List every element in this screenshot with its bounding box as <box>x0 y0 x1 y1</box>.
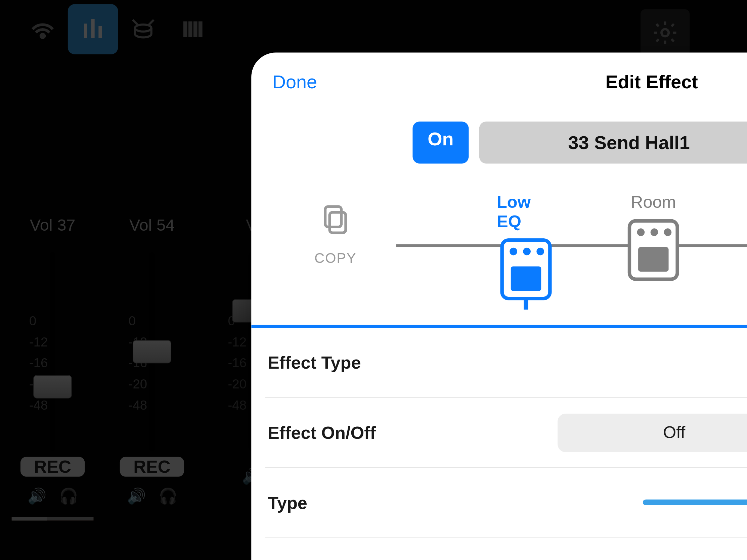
param-label: Type <box>265 493 546 513</box>
pedal-icon <box>628 219 679 281</box>
effect-type-label: Effect Type <box>265 352 546 372</box>
onoff-segmented[interactable]: Off On <box>558 413 747 452</box>
preset-selector[interactable]: 33 Send Hall1 ✎ <box>479 122 747 163</box>
preset-name: 33 Send Hall1 <box>479 132 747 153</box>
onoff-off-option[interactable]: Off <box>560 416 747 450</box>
pedal-room[interactable]: Room <box>624 193 682 310</box>
param-row-type: TypeHPF <box>265 468 747 538</box>
pedal-icon <box>500 238 551 300</box>
effect-onoff-label: Effect On/Off <box>265 423 546 443</box>
pedal-label: Low EQ <box>497 193 555 231</box>
pedal-low-eq[interactable]: Low EQ <box>497 193 555 310</box>
done-button[interactable]: Done <box>273 71 317 92</box>
copy-button[interactable]: COPY <box>314 202 356 266</box>
effect-chain: COPY Low EQRoomHall LEVEL 25 <box>251 193 747 327</box>
svg-rect-10 <box>330 212 345 233</box>
modal-title: Edit Effect <box>605 71 698 92</box>
param-row-freq: FREQ320 <box>265 538 747 560</box>
param-slider[interactable] <box>643 490 747 515</box>
svg-rect-11 <box>325 207 341 227</box>
effect-onoff-row: Effect On/Off Off On <box>265 398 747 468</box>
effect-power-button[interactable]: On <box>412 122 469 163</box>
effect-type-row[interactable]: Effect Type Low EQ › <box>265 328 747 398</box>
pedal-label: Room <box>631 193 676 212</box>
edit-effect-modal: Done Edit Effect On 33 Send Hall1 ✎ COPY… <box>251 53 747 560</box>
